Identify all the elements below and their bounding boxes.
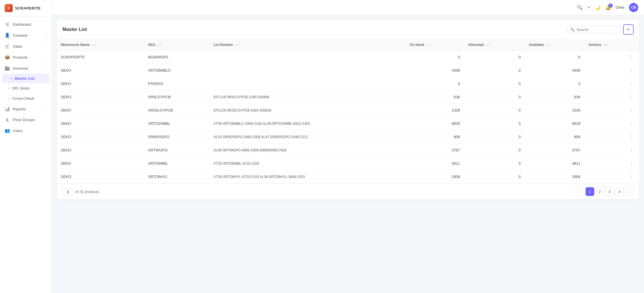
allocated-sort-icon: ▲▼ — [486, 44, 490, 46]
sidebar-item-dashboard[interactable]: ⊞ Dashboard — [0, 19, 52, 30]
sidebar-item-products[interactable]: 📦 Products › — [0, 52, 52, 63]
search-box[interactable]: 🔍 — [567, 26, 620, 34]
cell-warehouse-6: SEKO — [57, 130, 144, 144]
inventory-table-wrapper: Warehouse Name ▲▼ SKU ▲▼ Lot Number ▲▼ — [57, 40, 639, 183]
table-row: SEKO SRTWGPO AL56-SRTWGPO-4800-2309,0086… — [57, 144, 639, 157]
sidebar-item-3pl-stock[interactable]: ● 3PL Stock — [0, 83, 52, 93]
kebab-menu-button-0[interactable]: ⋮ — [627, 54, 635, 60]
sidebar-item-contacts[interactable]: 👤 Contacts › — [0, 30, 52, 41]
page-header: Master List 🔍 + — [57, 20, 639, 40]
cell-available-2: 0 — [525, 77, 584, 90]
sidebar-label-dashboard: Dashboard — [13, 22, 47, 27]
cell-available-0: 0 — [525, 50, 584, 64]
sidebar-item-reports[interactable]: 📊 Reports › — [0, 103, 52, 114]
page-title: Master List — [62, 27, 87, 32]
next-page-button[interactable]: › — [625, 187, 634, 196]
sidebar-item-users[interactable]: 👥 Users — [0, 125, 52, 136]
inventory-submenu: ● Master List ● 3PL Stock ● Cross-Check — [0, 74, 52, 103]
notifications-topbar-icon[interactable]: 🔔 7 — [605, 5, 611, 10]
page-number-input[interactable] — [62, 188, 73, 195]
page-button-4[interactable]: 4 — [615, 187, 624, 196]
kebab-menu-button-6[interactable]: ⋮ — [627, 133, 635, 140]
sidebar-label-3pl-stock: 3PL Stock — [12, 86, 47, 90]
topbar: 🔍 + 🌙 🔔 7 Chris CB — [52, 0, 644, 15]
search-input[interactable] — [577, 27, 617, 32]
sidebar-label-cross-check: Cross-Check — [12, 96, 47, 101]
contacts-arrow-icon: › — [46, 34, 47, 37]
col-allocated-label: Allocated — [468, 43, 484, 47]
cell-sku-1: SRTD6MBLC — [144, 64, 209, 77]
cell-onhand-0: 0 — [406, 50, 464, 64]
kebab-menu-button-4[interactable]: ⋮ — [627, 107, 635, 114]
table-row: SEKO SRTD33MBL VT30-SRTD6MBLC-3456-2106,… — [57, 117, 639, 130]
cell-available-5: 6829 — [525, 117, 584, 130]
sidebar-label-contacts: Contacts — [13, 33, 43, 38]
cell-lot-4: EF1119-SR25LGYPCB-1920-200818 — [209, 104, 406, 117]
notifications-badge: 7 — [608, 3, 613, 8]
col-sku[interactable]: SKU ▲▼ — [144, 40, 209, 50]
cell-actions-6: ⋮ — [584, 130, 639, 144]
sidebar-item-cross-check[interactable]: ● Cross-Check — [0, 93, 52, 103]
users-icon: 👥 — [5, 128, 10, 133]
cell-available-9: 2908 — [525, 170, 584, 183]
warehouse-sort-icon: ▲▼ — [92, 44, 97, 46]
sidebar-label-inventory: Inventory — [13, 66, 42, 71]
cell-available-3: 636 — [525, 90, 584, 104]
cell-sku-4: SR25LGYPCB — [144, 104, 209, 117]
kebab-menu-button-7[interactable]: ⋮ — [627, 147, 635, 153]
prev-page-button[interactable]: ‹ — [576, 187, 584, 196]
cell-lot-9: VT26-SRTD6HYL-6720-2103,AL38-SRTD6HYL-34… — [209, 170, 406, 183]
col-available[interactable]: Available ▲▼ — [525, 40, 584, 50]
reports-arrow-icon: › — [46, 107, 47, 111]
sidebar-item-inventory[interactable]: 🏬 Inventory ⌄ — [0, 63, 52, 74]
col-allocated[interactable]: Allocated ▲▼ — [464, 40, 525, 50]
kebab-menu-button-9[interactable]: ⋮ — [627, 173, 635, 180]
cell-sku-0: BG400GPO — [144, 50, 209, 64]
inventory-arrow-icon: ⌄ — [45, 67, 47, 70]
col-lot-number[interactable]: Lot Number ▲▼ — [209, 40, 406, 50]
col-lot-number-label: Lot Number — [214, 43, 233, 47]
cell-warehouse-0: SCRAPERITE — [57, 50, 144, 64]
cell-available-7: 3767 — [525, 144, 584, 157]
cell-sku-5: SRTD33MBL — [144, 117, 209, 130]
cell-onhand-6: 809 — [406, 130, 464, 144]
topbar-avatar[interactable]: CB — [629, 3, 638, 12]
search-topbar-icon[interactable]: 🔍 — [577, 5, 583, 10]
cell-allocated-0: 0 — [464, 50, 525, 64]
theme-topbar-icon[interactable]: 🌙 — [595, 5, 601, 10]
sidebar-label-products: Products — [13, 55, 43, 60]
sidebar-item-price-groups[interactable]: $ Price Groups — [0, 114, 52, 125]
page-button-1[interactable]: 1 — [586, 187, 594, 196]
page-button-3[interactable]: 3 — [605, 187, 614, 196]
table-row: SEKO SR5LGYPCB EF1118-SR5LGYPCB-1280-200… — [57, 90, 639, 104]
cell-warehouse-8: SEKO — [57, 157, 144, 170]
col-on-hand[interactable]: On Hand ▲▼ — [406, 40, 464, 50]
sidebar: S SCRAPERITE ⊞ Dashboard 👤 Contacts › 🛒 … — [0, 0, 52, 293]
sidebar-label-users: Users — [13, 129, 47, 133]
page-button-2[interactable]: 2 — [595, 187, 604, 196]
col-on-hand-label: On Hand — [410, 43, 424, 47]
kebab-menu-button-3[interactable]: ⋮ — [627, 94, 635, 100]
cell-onhand-3: 636 — [406, 90, 464, 104]
kebab-menu-button-2[interactable]: ⋮ — [627, 80, 635, 87]
page-card: Master List 🔍 + — [57, 20, 639, 199]
lot-sort-icon: ▲▼ — [235, 44, 240, 46]
cell-lot-1 — [209, 64, 406, 77]
kebab-menu-button-8[interactable]: ⋮ — [627, 160, 635, 167]
col-warehouse-name[interactable]: Warehouse Name ▲▼ — [57, 40, 144, 50]
sidebar-item-master-list[interactable]: ● Master List — [2, 74, 49, 83]
cell-lot-3: EF1118-SR5LGYPCB-1280-200408 — [209, 90, 406, 104]
cell-onhand-5: 6829 — [406, 117, 464, 130]
cell-available-4: 1328 — [525, 104, 584, 117]
cell-onhand-8: 3811 — [406, 157, 464, 170]
logo-icon: S — [5, 4, 13, 12]
cell-sku-3: SR5LGYPCB — [144, 90, 209, 104]
cell-warehouse-2: SEKO — [57, 77, 144, 90]
plus-topbar-icon[interactable]: + — [587, 5, 590, 10]
table-row: SCRAPERITE BG400GPO 0 0 0 ⋮ — [57, 50, 639, 64]
sidebar-item-sales[interactable]: 🛒 Sales › — [0, 41, 52, 52]
add-button[interactable]: + — [623, 24, 634, 35]
kebab-menu-button-5[interactable]: ⋮ — [627, 120, 635, 127]
kebab-menu-button-1[interactable]: ⋮ — [627, 67, 635, 74]
cell-lot-0 — [209, 50, 406, 64]
